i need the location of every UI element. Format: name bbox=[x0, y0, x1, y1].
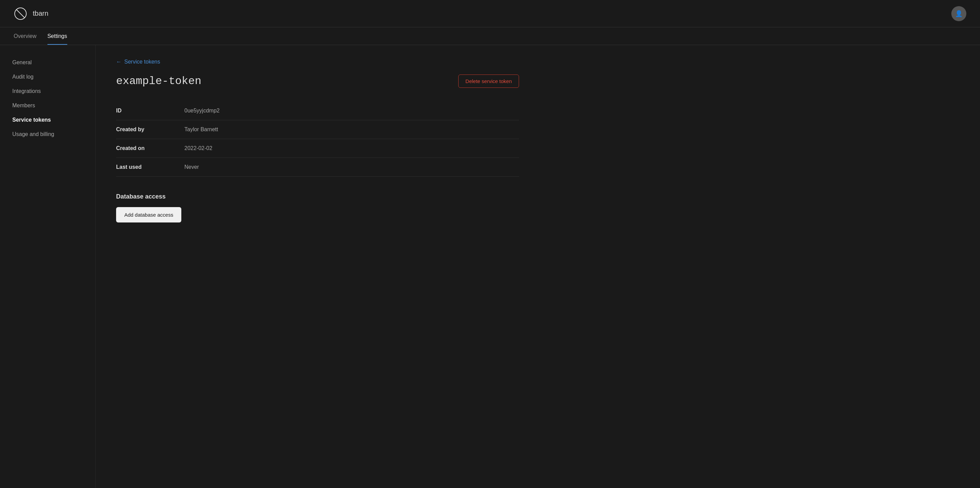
detail-value-id: 0ue5yyjcdmp2 bbox=[185, 102, 519, 120]
sidebar-item-members[interactable]: Members bbox=[7, 99, 88, 112]
detail-value-created-by: Taylor Barnett bbox=[185, 120, 519, 139]
database-access-section: Database access Add database access bbox=[116, 193, 519, 222]
table-row: Created by Taylor Barnett bbox=[116, 120, 519, 139]
page-header: example-token Delete service token bbox=[116, 75, 519, 88]
main-layout: General Audit log Integrations Members S… bbox=[0, 45, 980, 488]
delete-service-token-button[interactable]: Delete service token bbox=[458, 75, 519, 88]
detail-label-created-on: Created on bbox=[116, 139, 185, 158]
detail-label-id: ID bbox=[116, 102, 185, 120]
sidebar-item-service-tokens[interactable]: Service tokens bbox=[7, 113, 88, 126]
header-left: tbarn bbox=[14, 7, 48, 21]
sidebar-item-usage-billing[interactable]: Usage and billing bbox=[7, 128, 88, 141]
back-link-label: Service tokens bbox=[124, 59, 160, 65]
nav-tabs: Overview Settings bbox=[0, 27, 980, 45]
svg-line-1 bbox=[16, 10, 25, 18]
sidebar-item-general[interactable]: General bbox=[7, 56, 88, 69]
back-arrow-icon: ← bbox=[116, 59, 122, 65]
tab-overview[interactable]: Overview bbox=[14, 27, 37, 45]
app-logo-icon bbox=[14, 7, 27, 21]
table-row: Created on 2022-02-02 bbox=[116, 139, 519, 158]
app-header: tbarn 👤 bbox=[0, 0, 980, 27]
table-row: ID 0ue5yyjcdmp2 bbox=[116, 102, 519, 120]
sidebar-item-integrations[interactable]: Integrations bbox=[7, 85, 88, 98]
table-row: Last used Never bbox=[116, 158, 519, 177]
add-database-access-button[interactable]: Add database access bbox=[116, 207, 181, 222]
detail-label-last-used: Last used bbox=[116, 158, 185, 177]
detail-value-created-on: 2022-02-02 bbox=[185, 139, 519, 158]
page-title: example-token bbox=[116, 75, 202, 88]
user-avatar[interactable]: 👤 bbox=[951, 6, 966, 21]
detail-value-last-used: Never bbox=[185, 158, 519, 177]
details-table: ID 0ue5yyjcdmp2 Created by Taylor Barnet… bbox=[116, 102, 519, 177]
sidebar-item-audit-log[interactable]: Audit log bbox=[7, 70, 88, 83]
tab-settings[interactable]: Settings bbox=[48, 27, 67, 45]
database-access-title: Database access bbox=[116, 193, 519, 200]
main-content: ← Service tokens example-token Delete se… bbox=[95, 45, 539, 488]
app-name: tbarn bbox=[33, 10, 48, 18]
sidebar: General Audit log Integrations Members S… bbox=[0, 45, 95, 488]
back-link[interactable]: ← Service tokens bbox=[116, 59, 519, 65]
avatar-initials: 👤 bbox=[955, 10, 963, 18]
detail-label-created-by: Created by bbox=[116, 120, 185, 139]
